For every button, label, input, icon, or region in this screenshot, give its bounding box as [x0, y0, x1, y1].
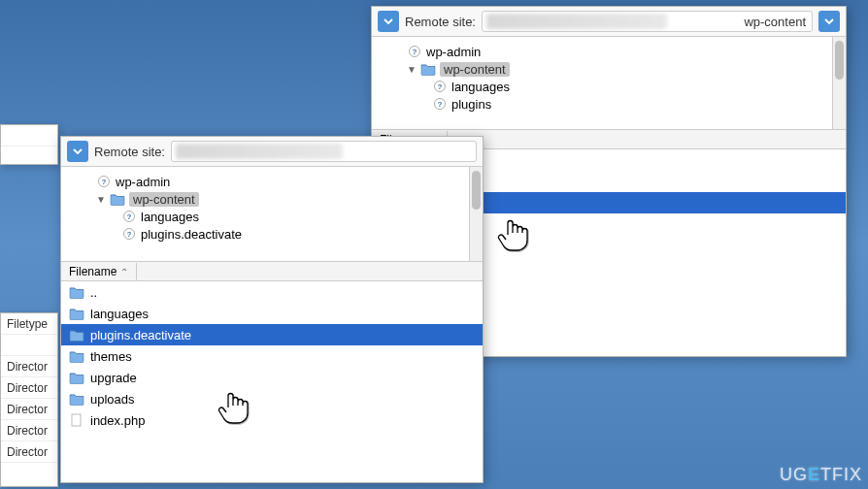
remote-site-label: Remote site: — [94, 145, 165, 159]
file-icon — [69, 413, 84, 427]
tree-scrollbar[interactable] — [832, 37, 846, 129]
folder-icon — [420, 62, 436, 76]
tree-item-plugins-deactivate[interactable]: plugins.deactivate — [69, 225, 475, 243]
remote-file-list: .. languages plugins.deactivate themes u… — [61, 281, 483, 482]
chevron-down-icon: ▼ — [96, 194, 106, 205]
folder-icon — [110, 192, 125, 206]
window-left: Remote site: wp-admin ▼ wp-content langu… — [60, 136, 484, 483]
remote-site-label: Remote site: — [405, 15, 476, 29]
list-header: Filename⌃ — [61, 262, 483, 281]
partial-panel-top — [0, 124, 58, 165]
chevron-down-icon: ▼ — [407, 64, 417, 75]
remote-path-input[interactable]: wp-content — [482, 11, 813, 32]
folder-icon — [69, 371, 84, 384]
question-icon — [121, 210, 137, 223]
list-item-index[interactable]: index.php — [61, 409, 483, 431]
remote-path-dropdown[interactable] — [818, 11, 840, 32]
question-icon — [432, 97, 448, 111]
local-dropdown[interactable] — [67, 141, 88, 162]
list-item-themes[interactable]: themes — [61, 345, 483, 367]
question-icon — [96, 175, 112, 188]
question-icon — [121, 227, 137, 241]
remote-tree: wp-admin ▼ wp-content languages plugins.… — [61, 167, 483, 262]
list-item-languages[interactable]: languages — [61, 303, 483, 324]
tree-item-wp-content[interactable]: ▼ wp-content — [69, 190, 475, 208]
folder-icon — [69, 285, 84, 299]
watermark-logo: UGETFIX — [780, 465, 862, 485]
col-filetype[interactable]: Filetype — [1, 313, 57, 335]
col-filename[interactable]: Filename⌃ — [61, 263, 137, 280]
list-item-upgrade[interactable]: upgrade — [61, 367, 483, 388]
folder-icon — [69, 349, 84, 363]
folder-icon — [69, 307, 84, 320]
local-dropdown[interactable] — [378, 11, 399, 32]
question-icon — [407, 45, 422, 58]
tree-item-plugins[interactable]: plugins — [380, 95, 838, 113]
tree-item-languages[interactable]: languages — [69, 208, 475, 225]
remote-path-input[interactable] — [171, 141, 477, 162]
folder-icon — [69, 392, 84, 406]
folder-icon — [69, 328, 84, 342]
question-icon — [432, 80, 448, 93]
list-item-uploads[interactable]: uploads — [61, 388, 483, 409]
tree-item-wp-admin[interactable]: wp-admin — [69, 173, 475, 190]
tree-item-wp-content[interactable]: ▼ wp-content — [380, 60, 838, 78]
partial-panel-filetype: Filetype Director Director Director Dire… — [0, 312, 58, 487]
list-item-parent[interactable]: .. — [61, 281, 483, 303]
tree-item-wp-admin[interactable]: wp-admin — [380, 43, 838, 60]
tree-scrollbar[interactable] — [469, 167, 483, 261]
tree-item-languages[interactable]: languages — [380, 78, 838, 95]
list-item-plugins-deactivate[interactable]: plugins.deactivate — [61, 324, 483, 345]
remote-tree: wp-admin ▼ wp-content languages plugins — [372, 37, 846, 130]
